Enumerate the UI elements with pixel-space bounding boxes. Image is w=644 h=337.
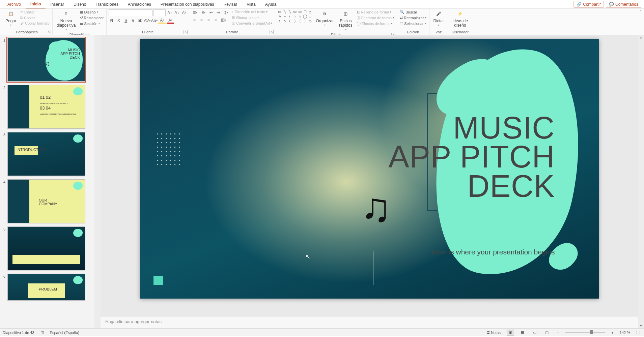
text-direction-button[interactable]: ↕Dirección del texto [231,9,273,14]
section-icon: ☰ [80,21,83,26]
scroll-down-icon[interactable]: ▼ [639,324,643,328]
tab-design[interactable]: Diseño [69,1,91,8]
justify-button[interactable]: ≡ [213,17,219,23]
strikethrough-button[interactable]: S̶ [130,18,136,24]
align-left-button[interactable]: ≡ [191,17,197,23]
zoom-level[interactable]: 142 % [620,331,630,335]
new-slide-button[interactable]: 🗎 Nueva diapositiva▾ [55,9,78,32]
paste-button[interactable]: 📋 Pegar▾ [3,9,18,28]
character-spacing-button[interactable]: AV▾ [144,18,150,24]
zoom-slider[interactable] [565,332,605,333]
align-text-button[interactable]: ⊟Alinear texto [231,15,273,20]
find-button[interactable]: 🔍Buscar [399,9,427,14]
tab-review[interactable]: Revisar [219,1,242,8]
slide-thumbnail-2[interactable]: 01 02 PROBLEM & SOLUTION PRODUCT 03 04 M… [7,85,85,129]
copy-icon: ⧉ [20,16,23,20]
slide-stage[interactable]: ♫ MUSIC APP PITCH DECK Here is where you… [101,35,638,316]
canvas-scrollbar[interactable]: ▲ ▼ [638,35,644,328]
copy-button[interactable]: ⧉Copiar [20,15,50,20]
align-right-button[interactable]: ≡ [205,17,212,23]
underline-button[interactable]: S [123,18,129,24]
language-indicator[interactable]: Español (España) [50,331,79,335]
slide-thumbnail-5[interactable] [7,226,85,270]
slide-subtitle[interactable]: Here is where your presentation begins [431,248,555,256]
notes-toggle[interactable]: ≣ Notas [485,330,502,335]
font-color-button[interactable]: A▾ [167,18,174,24]
align-center-button[interactable]: ≡ [198,17,204,23]
normal-view-button[interactable]: ▣ [507,330,514,336]
format-painter-button[interactable]: 🖌Copiar formato [20,21,50,26]
increase-indent-button[interactable]: ⇥ [215,9,221,16]
decrease-font-icon[interactable]: A↓ [174,10,180,16]
slide-canvas[interactable]: ♫ MUSIC APP PITCH DECK Here is where you… [140,39,599,299]
bullets-button[interactable]: ≣▾ [191,9,199,16]
italic-button[interactable]: K [116,18,122,24]
bold-button[interactable]: N [109,18,115,24]
highlight-color-button[interactable]: A▾ [158,18,166,24]
layout-button[interactable]: ▦Diseño [79,9,105,14]
arrange-button[interactable]: ⧉ Organizar▾ [314,9,336,28]
notes-pane[interactable]: Haga clic para agregar notas [101,316,638,328]
design-ideas-button[interactable]: ⚡ Ideas de diseño [450,9,470,28]
text-shadow-button[interactable]: ab [137,18,143,24]
clear-formatting-icon[interactable]: Aᵡ [181,10,187,16]
tab-slideshow[interactable]: Presentación con diapositivas [156,1,219,8]
shapes-gallery[interactable]: ▭╲╲▭▭◻△ ↳⌐{}☆◯▱ ⤹∿(){}◇ [277,9,312,23]
font-name-input[interactable] [109,9,152,16]
group-editing: 🔍Buscar ⇄Reemplazar ⬚Seleccionar Edición [397,9,429,35]
tab-transitions[interactable]: Transiciones [91,1,123,8]
slideshow-view-button[interactable]: ▢ [543,330,551,336]
accessibility-button[interactable]: ◫ [39,330,45,335]
group-paragraph: ≣▾ ≡▾ ⇤ ⇥ ‡▾ ≡ ≡ ≡ ≡ ▥▾ ↕Dirección del t… [189,9,275,35]
tab-home[interactable]: Inicio [26,0,46,8]
shape-outline-button[interactable]: ◫Contorno de forma [356,15,395,20]
shape-fill-button[interactable]: ◧Relleno de forma [356,9,395,14]
reading-view-button[interactable]: ▭ [531,330,538,336]
dialog-launcher[interactable]: ↘ [47,30,51,34]
fit-to-window-button[interactable]: ⛶ [635,330,641,335]
dictate-button[interactable]: 🎤 Dictar▾ [431,9,446,28]
line-spacing-button[interactable]: ‡▾ [222,9,230,16]
cut-button[interactable]: ✂Cortar [20,9,50,14]
slide-title[interactable]: MUSIC APP PITCH DECK [389,113,555,201]
convert-smartart-button[interactable]: ◫Convertir a SmartArt [231,21,273,26]
tab-animations[interactable]: Animaciones [123,1,156,8]
reset-button[interactable]: ↺Restablecer [79,15,105,20]
section-button[interactable]: ☰Sección [79,21,105,26]
change-case-button[interactable]: Aa▾ [151,18,157,24]
tab-view[interactable]: Vista [242,1,260,8]
dialog-launcher[interactable]: ↘ [184,30,188,34]
decorative-dots [155,132,182,167]
zoom-in-button[interactable]: + [610,330,615,335]
shape-effects-button[interactable]: ◯Efectos de forma [356,21,395,26]
thumbnails-scrollbar[interactable] [94,35,101,328]
collapse-ribbon-icon[interactable]: ˄ [640,10,642,14]
slide-thumbnail-4[interactable]: OUR COMPANY [7,179,85,223]
font-size-input[interactable] [153,9,166,16]
select-button[interactable]: ⬚Seleccionar [399,21,427,26]
cursor-icon: ↖ [305,253,310,261]
tab-file[interactable]: Archivo [3,1,26,8]
columns-button[interactable]: ▥▾ [220,17,227,23]
share-button[interactable]: 🔗Compartir [573,1,604,8]
dialog-launcher[interactable]: ↘ [270,30,274,34]
tab-insert[interactable]: Insertar [46,1,69,8]
sorter-view-button[interactable]: ▦ [519,330,526,336]
replace-button[interactable]: ⇄Reemplazar [399,15,427,20]
decrease-indent-button[interactable]: ⇤ [208,9,214,16]
slide-thumbnail-6[interactable]: PROBLEM [7,274,85,301]
slide-thumbnail-1[interactable]: MUSIC APP PITCH DECK ♫ [7,38,85,82]
reset-icon: ↺ [80,16,83,20]
increase-font-icon[interactable]: A↑ [167,10,173,16]
slide-thumbnail-3[interactable]: INTRODUCTION [7,132,85,176]
ribbon: 📋 Pegar▾ ✂Cortar ⧉Copiar 🖌Copiar formato… [0,9,644,35]
numbering-button[interactable]: ≡▾ [200,9,207,16]
zoom-out-button[interactable]: − [555,330,560,335]
tab-help[interactable]: Ayuda [260,1,281,8]
scroll-up-icon[interactable]: ▲ [639,35,643,40]
group-label: Fuente [142,30,153,34]
comments-button[interactable]: 💬Comentarios [606,1,641,8]
quick-styles-button[interactable]: ◫ Estilos rápidos▾ [337,9,354,32]
slide-thumbnails-panel[interactable]: 1 MUSIC APP PITCH DECK ♫ 2 01 02 PROBLEM… [0,35,94,328]
smartart-icon: ◫ [232,21,235,25]
